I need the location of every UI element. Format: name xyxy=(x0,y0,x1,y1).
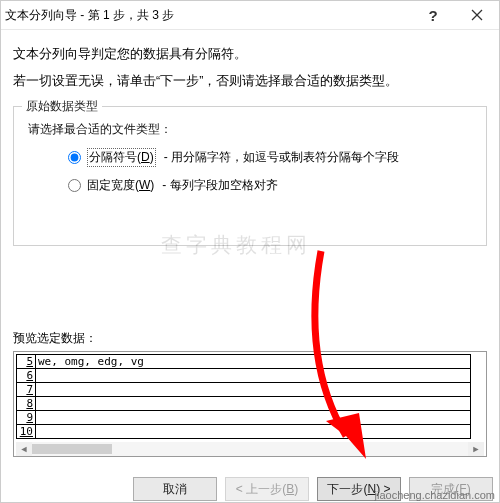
option-delimited-label: 分隔符号(D) xyxy=(87,148,156,167)
titlebar: 文本分列向导 - 第 1 步，共 3 步 ? xyxy=(1,1,499,30)
back-button: < 上一步(B) xyxy=(225,477,309,501)
close-icon xyxy=(471,9,483,21)
close-button[interactable] xyxy=(455,1,499,29)
intro-line-1: 文本分列向导判定您的数据具有分隔符。 xyxy=(13,46,487,63)
horizontal-scrollbar[interactable]: ◄ ► xyxy=(16,442,484,456)
row-number: 9 xyxy=(17,411,36,425)
radio-icon xyxy=(68,179,81,192)
intro-line-2: 若一切设置无误，请单击“下一步”，否则请选择最合适的数据类型。 xyxy=(13,73,487,90)
option-delimited[interactable]: 分隔符号(D) - 用分隔字符，如逗号或制表符分隔每个字段 xyxy=(68,148,472,167)
table-row: 6 xyxy=(17,369,471,383)
scrollbar-thumb[interactable] xyxy=(32,444,112,454)
row-number: 8 xyxy=(17,397,36,411)
option-fixed-desc: - 每列字段加空格对齐 xyxy=(162,177,277,194)
original-data-type-group: 原始数据类型 请选择最合适的文件类型： 分隔符号(D) - 用分隔字符，如逗号或… xyxy=(13,106,487,246)
option-fixed-label: 固定宽度(W) xyxy=(87,177,154,194)
radio-delimited-input[interactable] xyxy=(68,151,81,164)
table-row: 7 xyxy=(17,383,471,397)
cancel-button[interactable]: 取消 xyxy=(133,477,217,501)
radio-icon xyxy=(68,151,81,164)
row-data xyxy=(36,369,471,383)
row-number: 6 xyxy=(17,369,36,383)
row-number: 7 xyxy=(17,383,36,397)
row-data xyxy=(36,411,471,425)
group-legend: 原始数据类型 xyxy=(22,98,102,115)
preview-table: 5 we, omg, edg, vg 6 7 8 xyxy=(16,354,471,439)
table-row: 8 xyxy=(17,397,471,411)
option-delimited-desc: - 用分隔字符，如逗号或制表符分隔每个字段 xyxy=(164,149,399,166)
scroll-left-button[interactable]: ◄ xyxy=(16,442,32,456)
row-data xyxy=(36,425,471,439)
row-data: we, omg, edg, vg xyxy=(36,355,471,369)
footer-link: jiaocheng.chazidian.com xyxy=(375,489,495,501)
scroll-right-button[interactable]: ► xyxy=(468,442,484,456)
help-button[interactable]: ? xyxy=(411,1,455,29)
table-row: 10 xyxy=(17,425,471,439)
preview-label: 预览选定数据： xyxy=(13,330,487,347)
radio-fixed-input[interactable] xyxy=(68,179,81,192)
text-to-columns-wizard-dialog: 文本分列向导 - 第 1 步，共 3 步 ? 文本分列向导判定您的数据具有分隔符… xyxy=(0,0,500,503)
preview-content: 5 we, omg, edg, vg 6 7 8 xyxy=(16,354,484,440)
row-data xyxy=(36,397,471,411)
group-prompt: 请选择最合适的文件类型： xyxy=(28,121,472,138)
row-number: 5 xyxy=(17,355,36,369)
table-row: 9 xyxy=(17,411,471,425)
table-row: 5 we, omg, edg, vg xyxy=(17,355,471,369)
scrollbar-track[interactable] xyxy=(32,442,468,456)
dialog-body: 文本分列向导判定您的数据具有分隔符。 若一切设置无误，请单击“下一步”，否则请选… xyxy=(1,30,499,467)
option-fixed-width[interactable]: 固定宽度(W) - 每列字段加空格对齐 xyxy=(68,177,472,194)
row-number: 10 xyxy=(17,425,36,439)
window-title: 文本分列向导 - 第 1 步，共 3 步 xyxy=(5,7,411,24)
row-data xyxy=(36,383,471,397)
preview-box: 5 we, omg, edg, vg 6 7 8 xyxy=(13,351,487,457)
